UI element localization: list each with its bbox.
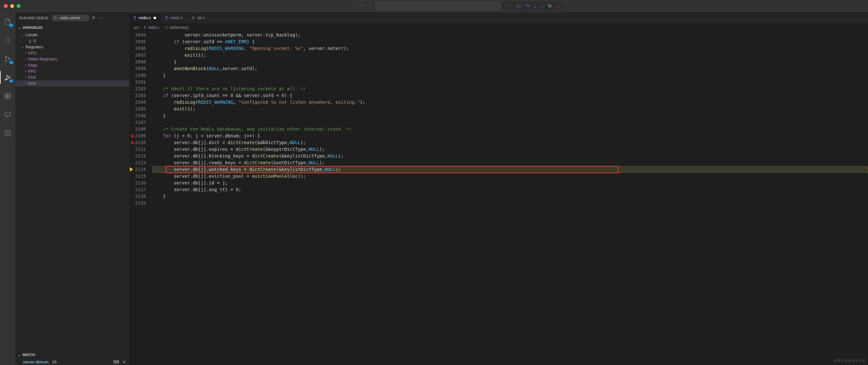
scm-badge: 4 [9,61,13,64]
watch-section-header[interactable]: ⌄ WATCH [16,350,129,359]
svg-rect-8 [8,96,10,99]
explorer-badge: 1 [9,24,13,27]
dirty-indicator-icon [154,17,156,19]
run-debug-tab[interactable]: 1 [0,71,16,84]
c-file-icon: C [192,16,195,20]
settings-sync-tab[interactable] [0,127,16,140]
chevron-down-icon: ⌄ [18,26,21,29]
search-tab[interactable] [0,34,16,47]
watch-remove-icon[interactable]: ✕ [123,360,126,364]
tab-redis-h[interactable]: Credis.h [161,12,188,23]
svg-point-2 [5,60,7,61]
svg-point-11 [7,132,9,134]
debug-config-dropdown[interactable]: ▷ redis-server ﹀ [52,15,89,21]
watermark: @稀土掘金技术社区 [834,358,865,363]
register-group-fpu[interactable]: ›FPU [16,68,129,74]
tab-redis-c[interactable]: Credis.c [129,12,161,23]
stop-button[interactable]: □ [557,3,559,9]
nav-back-icon[interactable]: ← [358,3,363,9]
activity-bar: 1 4 1 [0,12,16,365]
editor: Credis.cCredis.hCdb.c src › C redis.c › … [129,12,868,365]
register-group-cpu[interactable]: ›CPU [16,50,129,56]
remote-tab[interactable] [0,108,16,121]
gear-icon[interactable]: ⚙ [92,16,95,20]
line-gutter[interactable]: 2094209520962097209820992100210121022103… [129,32,152,365]
debug-config-name: redis-server [60,16,80,20]
chevron-down-icon: ⌄ [18,353,21,357]
sidebar: RUN AND DEBUG ▷ redis-server ﹀ ⚙ ⋯ ⌄ VAR… [16,12,129,365]
step-into-button[interactable]: ↓ [534,3,537,9]
play-icon: ▷ [55,16,58,20]
register-group-other-registers[interactable]: ›Other Registers [16,56,129,62]
chevron-right-icon: › [25,57,26,61]
svg-rect-9 [5,112,10,116]
c-file-icon: C [144,25,146,30]
window-controls [4,4,21,8]
extensions-tab[interactable] [0,90,16,103]
c-file-icon: C [134,16,136,20]
svg-rect-6 [8,93,10,96]
command-center-input[interactable] [375,2,510,10]
registers-group[interactable]: ⌄ Registers [16,44,129,50]
chevron-right-icon: › [25,76,26,79]
svg-point-0 [5,38,9,42]
variable-j[interactable]: j: 0 [16,38,129,44]
svg-point-3 [9,58,10,60]
breadcrumbs[interactable]: src › C redis.c › ⬡ initServer() [129,23,868,32]
chevron-down-icon: ﹀ [83,16,86,20]
source-control-tab[interactable]: 4 [0,53,16,65]
tab-bar: Credis.cCredis.hCdb.c [129,12,868,23]
svg-point-1 [5,56,7,58]
chevron-right-icon: › [25,51,26,55]
locals-group[interactable]: ⌄ Locals [16,32,129,38]
sidebar-title: RUN AND DEBUG [19,16,49,20]
watch-keyboard-icon[interactable]: ⌨ [113,360,119,364]
tab-db-c[interactable]: Cdb.c [188,12,210,23]
c-file-icon: C [165,16,168,20]
watch-expression[interactable]: server.dbnum: 16 ⌨ ✕ [16,359,129,365]
grip-icon[interactable]: ⋮⋮ [504,4,513,9]
explorer-tab[interactable]: 1 [0,16,16,28]
nav-forward-icon[interactable]: → [367,3,372,9]
svg-rect-5 [5,93,7,96]
svg-rect-7 [5,96,7,99]
register-group-segs[interactable]: ›Segs [16,62,129,68]
register-group-avx[interactable]: ›AVX [16,80,129,86]
chevron-right-icon: › [25,69,26,73]
svg-rect-10 [5,131,10,136]
function-icon: ⬡ [165,25,168,30]
restart-button[interactable]: ↻ [548,3,552,9]
code-content[interactable]: server.unixsocketperm, server.tcp_backlo… [152,32,868,365]
minimize-window-icon[interactable] [10,4,14,8]
step-over-button[interactable]: ↷ [525,3,530,9]
debug-toolbar: ⋮⋮ ▷ ↷ ↓ ↑ ↻ □ [501,2,563,10]
titlebar: ← → ⋮⋮ ▷ ↷ ↓ ↑ ↻ □ [0,0,868,12]
close-window-icon[interactable] [4,4,8,8]
chevron-down-icon: ⌄ [21,33,24,36]
more-icon[interactable]: ⋯ [98,15,104,21]
chevron-right-icon: › [25,63,26,67]
chevron-right-icon: › [25,82,26,85]
variables-section-header[interactable]: ⌄ VARIABLES [16,23,129,32]
step-out-button[interactable]: ↑ [541,3,544,9]
debug-badge: 1 [9,79,13,83]
zoom-window-icon[interactable] [17,4,21,8]
chevron-down-icon: ⌄ [21,45,24,49]
svg-point-4 [5,79,6,80]
register-group-sse[interactable]: ›SSE [16,74,129,80]
continue-button[interactable]: ▷ [517,3,521,9]
